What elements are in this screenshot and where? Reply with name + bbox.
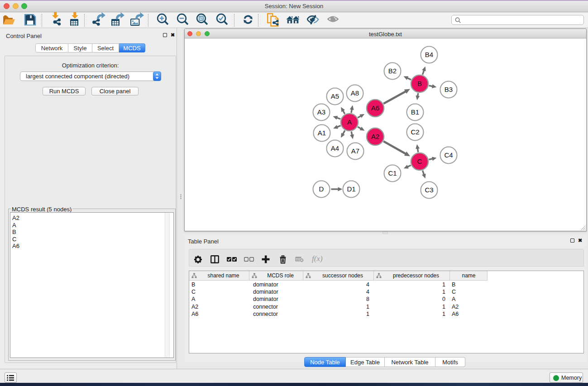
svg-text:A: A [347,118,352,126]
svg-text:A3: A3 [317,108,325,116]
svg-text:B1: B1 [411,108,419,116]
svg-text:A8: A8 [351,89,359,97]
svg-text:C3: C3 [425,186,433,194]
svg-text:A1: A1 [318,129,326,137]
svg-text:C1: C1 [388,169,397,177]
svg-text:A7: A7 [351,147,359,155]
svg-text:B: B [417,80,422,87]
svg-text:D1: D1 [347,185,355,193]
svg-text:C4: C4 [444,151,453,159]
svg-text:A5: A5 [331,92,339,100]
svg-text:A2: A2 [371,133,379,140]
svg-text:A6: A6 [371,104,379,112]
svg-text:A4: A4 [331,144,339,152]
svg-text:C: C [417,157,422,165]
svg-text:D: D [319,185,324,193]
svg-text:B3: B3 [445,86,453,93]
svg-text:B4: B4 [425,51,433,58]
svg-text:B2: B2 [388,67,397,75]
svg-text:C2: C2 [411,128,419,136]
